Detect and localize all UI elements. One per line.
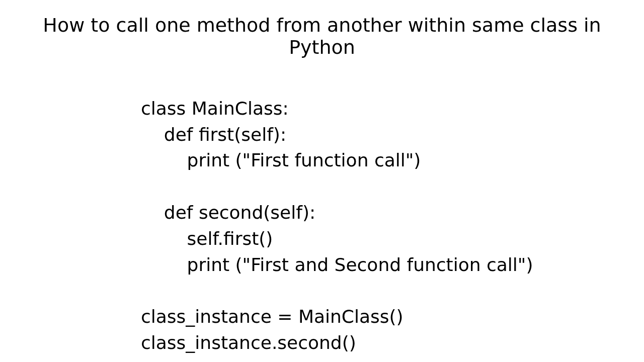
code-line: class_instance.second() <box>141 332 356 353</box>
code-line: class_instance = MainClass() <box>141 306 404 327</box>
code-line: def second(self): <box>141 202 315 223</box>
code-line: class MainClass: <box>141 98 289 119</box>
code-line: def first(self): <box>141 124 286 145</box>
code-line: self.first() <box>141 228 273 249</box>
code-line: print ("First function call") <box>141 150 421 170</box>
code-line: print ("First and Second function call") <box>141 254 533 275</box>
code-example: class MainClass: def first(self): print … <box>141 69 533 356</box>
page-title: How to call one method from another with… <box>0 0 644 58</box>
